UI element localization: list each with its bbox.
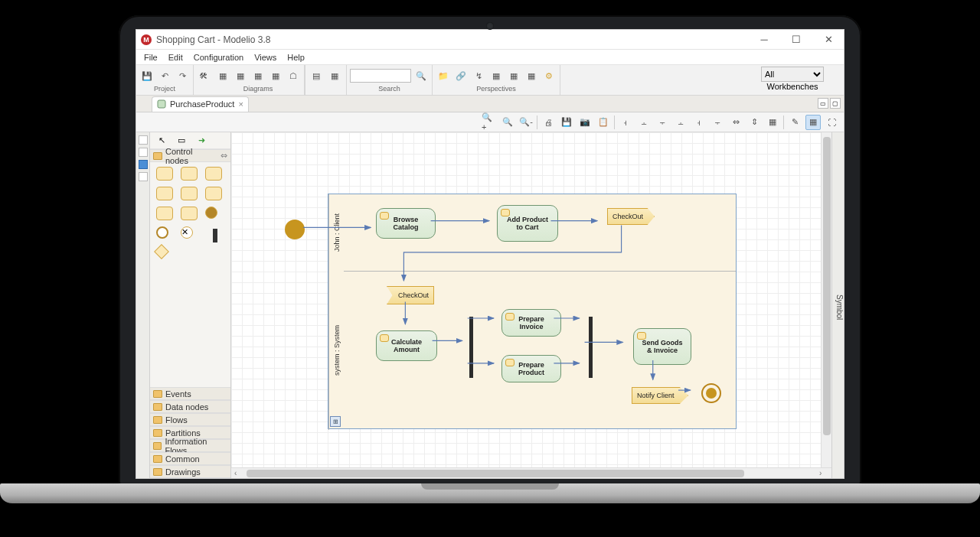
save-diagram-icon[interactable]: 💾 <box>559 115 574 130</box>
activity-add-product[interactable]: Add Product to Cart <box>497 205 558 242</box>
align-right-icon[interactable]: ⫟ <box>655 115 670 130</box>
distribute-h-icon[interactable]: ⇔ <box>728 115 743 130</box>
diagram4-icon[interactable]: ▦ <box>268 68 283 83</box>
flow-tool-icon[interactable]: ➜ <box>194 135 208 147</box>
pool-collapse-icon[interactable]: ⊞ <box>330 416 341 427</box>
activity-browse-catalog[interactable]: Browse Catalog <box>376 208 436 239</box>
module-icon[interactable]: ⚙ <box>541 68 557 83</box>
persp2-icon[interactable]: ▦ <box>506 68 521 83</box>
diagram2-icon[interactable]: ▦ <box>233 68 248 83</box>
diagram1-icon[interactable]: ▦ <box>215 68 230 83</box>
fork-bar-2[interactable] <box>589 317 593 378</box>
minimize-button[interactable]: ─ <box>753 33 775 47</box>
rail-item-2[interactable] <box>139 148 148 157</box>
node-accept[interactable] <box>156 187 173 200</box>
final-node[interactable] <box>701 383 721 403</box>
link1-icon[interactable]: 🔗 <box>453 68 469 83</box>
menu-edit[interactable]: Edit <box>164 51 188 63</box>
rail-item-3[interactable] <box>139 160 148 169</box>
tab-purchaseproduct[interactable]: PurchaseProduct × <box>152 96 249 112</box>
maximize-button[interactable]: ☐ <box>786 33 807 47</box>
marquee-tool-icon[interactable]: ▭ <box>175 135 188 147</box>
fork-bar-1[interactable] <box>469 317 473 378</box>
zoom-out-icon[interactable]: 🔍- <box>518 115 534 130</box>
menu-configuration[interactable]: Configuration <box>189 51 248 63</box>
layout1-icon[interactable]: ▤ <box>309 68 324 83</box>
rail-item-4[interactable] <box>139 172 148 181</box>
menu-views[interactable]: Views <box>250 51 281 63</box>
activity-pool[interactable]: John : Client system : System ⊞ Browse C… <box>328 194 737 429</box>
align-top-icon[interactable]: ⫠ <box>673 115 688 130</box>
snap-icon[interactable]: ✎ <box>787 115 802 130</box>
palette-section-data-nodes[interactable]: Data nodes <box>150 400 230 413</box>
diagram5-icon[interactable]: ☖ <box>286 68 301 83</box>
expand-icon[interactable]: ⛶ <box>824 115 839 130</box>
horizontal-scrollbar[interactable]: ‹ › <box>231 467 831 478</box>
signal-checkout[interactable]: CheckOut <box>607 208 655 225</box>
pointer-tool-icon[interactable]: ↖ <box>155 135 168 147</box>
grid-icon[interactable]: ▦ <box>326 68 343 83</box>
node-fork[interactable] <box>213 229 217 242</box>
node-loop[interactable] <box>205 187 222 200</box>
save-icon[interactable]: 💾 <box>139 68 155 83</box>
grid-show-icon[interactable]: ▦ <box>805 115 821 130</box>
palette-section-common[interactable]: Common <box>150 452 230 465</box>
palette-section-information-flows[interactable]: Information Flows <box>150 439 230 452</box>
align-left-icon[interactable]: ⫞ <box>618 115 633 130</box>
undo-icon[interactable]: ↶ <box>157 68 172 83</box>
snapshot-icon[interactable]: 📷 <box>577 115 593 130</box>
node-expansion[interactable] <box>181 207 198 220</box>
distribute-v-icon[interactable]: ⇕ <box>746 115 762 130</box>
initial-node[interactable] <box>285 220 305 239</box>
vertical-scrollbar[interactable] <box>821 132 831 467</box>
node-decision[interactable] <box>154 244 169 259</box>
palette-section-drawings[interactable]: Drawings <box>150 465 230 478</box>
node-initial[interactable] <box>205 207 217 219</box>
activity-prepare-product[interactable]: Prepare Product <box>501 355 561 382</box>
node-structured[interactable] <box>181 187 198 200</box>
tools-icon[interactable]: 🛠 <box>195 68 211 83</box>
diagram3-icon[interactable]: ▦ <box>250 68 266 83</box>
palette-section-control-nodes[interactable]: Control nodes ⇔ <box>150 149 230 162</box>
zoom-reset-icon[interactable]: 🔍 <box>500 115 515 130</box>
node-final[interactable] <box>156 226 168 239</box>
link2-icon[interactable]: ↯ <box>471 68 486 83</box>
palette-section-events[interactable]: Events <box>150 387 230 400</box>
workbench-select[interactable]: All <box>761 67 824 82</box>
node-action[interactable] <box>156 167 173 181</box>
signal-checkout-recv[interactable]: CheckOut <box>387 286 434 304</box>
sub-icon <box>380 334 389 342</box>
print-icon[interactable]: 🖨 <box>541 115 556 130</box>
rail-item-1[interactable] <box>139 135 148 145</box>
menu-file[interactable]: File <box>139 51 162 63</box>
grid-toggle-icon[interactable]: ▦ <box>765 115 780 130</box>
persp1-icon[interactable]: ▦ <box>488 68 504 83</box>
align-center-icon[interactable]: ⫠ <box>636 115 652 130</box>
align-middle-icon[interactable]: ⫞ <box>691 115 707 130</box>
view-min-icon[interactable]: ▭ <box>818 98 828 109</box>
align-bottom-icon[interactable]: ⫟ <box>710 115 725 130</box>
persp3-icon[interactable]: ▦ <box>524 68 539 83</box>
symbol-panel-tab[interactable]: Symbol <box>831 132 844 478</box>
copy-icon[interactable]: 📋 <box>596 115 611 130</box>
folder-icon[interactable]: 📁 <box>436 68 451 83</box>
search-icon[interactable]: 🔍 <box>413 68 429 83</box>
view-max-icon[interactable]: ▢ <box>830 98 841 109</box>
palette-section-flows[interactable]: Flows <box>150 413 230 426</box>
editor-body: ↖ ▭ ➜ Control nodes ⇔ <box>136 132 844 478</box>
activity-prepare-invoice[interactable]: Prepare Invoice <box>501 309 561 337</box>
node-region[interactable] <box>156 207 173 220</box>
node-send[interactable] <box>205 167 222 181</box>
node-call[interactable] <box>181 167 198 181</box>
close-button[interactable]: ✕ <box>818 33 839 47</box>
search-input[interactable] <box>350 69 411 83</box>
node-flow-final[interactable]: ✕ <box>181 226 193 239</box>
signal-notify-client[interactable]: Notify Client <box>632 387 688 404</box>
diagram-canvas[interactable]: OK John : Client system : System ⊞ Brows… <box>231 132 831 467</box>
redo-icon[interactable]: ↷ <box>175 68 190 83</box>
activity-send-goods[interactable]: Send Goods & Invoice <box>633 328 691 365</box>
menu-help[interactable]: Help <box>283 51 309 63</box>
activity-calculate-amount[interactable]: Calculate Amount <box>376 330 437 361</box>
tab-close-icon[interactable]: × <box>238 99 243 109</box>
zoom-in-icon[interactable]: 🔍+ <box>482 115 497 130</box>
